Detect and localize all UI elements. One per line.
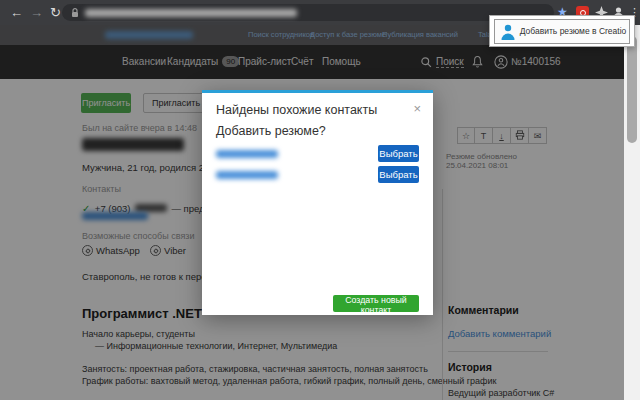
popup-label: Добавить резюме в Creatio (517, 26, 629, 36)
person-icon (499, 23, 517, 41)
creatio-extension-popup: Добавить резюме в Creatio (489, 15, 635, 47)
scrollbar-thumb[interactable] (627, 36, 637, 143)
similar-contacts-modal: Найдены похожие контакты × Добавить резю… (202, 90, 433, 315)
close-icon[interactable]: × (413, 101, 421, 116)
add-resume-to-creatio-button[interactable]: Добавить резюме в Creatio (494, 19, 630, 44)
modal-title: Найдены похожие контакты (216, 103, 377, 117)
create-new-contact-button[interactable]: Создать новый контакт (333, 295, 419, 312)
forward-icon[interactable]: → (30, 0, 43, 25)
choose-contact-button[interactable]: Выбрать (378, 145, 419, 162)
modal-question: Добавить резюме? (216, 124, 326, 138)
address-bar[interactable] (62, 4, 554, 21)
back-icon[interactable]: ← (10, 0, 23, 25)
refresh-icon[interactable]: ↻ (50, 0, 61, 25)
contact-link-redacted[interactable] (216, 171, 278, 179)
lock-icon (71, 8, 79, 18)
url-text-redacted (85, 9, 297, 17)
choose-contact-button[interactable]: Выбрать (378, 166, 419, 183)
scrollbar[interactable]: ▲ (624, 25, 640, 400)
contact-link-redacted[interactable] (216, 150, 278, 158)
